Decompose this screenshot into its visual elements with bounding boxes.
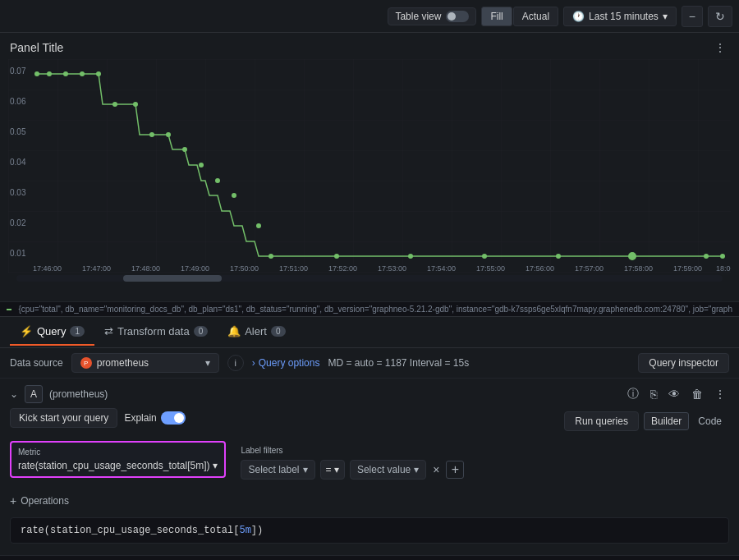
scrollbar-thumb[interactable]	[123, 275, 222, 282]
breadcrumb-separator: ›	[252, 357, 255, 369]
svg-point-9	[47, 71, 52, 76]
query-letter-badge[interactable]: A	[25, 385, 43, 403]
svg-text:17:59:00: 17:59:00	[673, 264, 702, 273]
operations-button[interactable]: + Operations	[10, 491, 69, 511]
operations-label: Operations	[21, 495, 69, 507]
svg-text:17:51:00: 17:51:00	[279, 264, 308, 273]
table-view-label: Table view	[395, 11, 441, 22]
explain-row: Explain	[124, 411, 185, 425]
svg-text:17:56:00: 17:56:00	[526, 264, 554, 273]
code-button[interactable]: Code	[691, 412, 729, 430]
chart-scrollbar[interactable]	[16, 275, 723, 282]
panel-menu-button[interactable]: ⋮	[711, 39, 729, 56]
svg-text:0.05: 0.05	[10, 127, 26, 136]
metric-box: Metric rate(station_cpu_usage_seconds_to…	[10, 441, 226, 478]
metric-filters-row: Metric rate(station_cpu_usage_seconds_to…	[10, 441, 729, 484]
datasource-info-button[interactable]: i	[227, 355, 244, 371]
select-value-text: Select value	[357, 464, 411, 475]
eq-operator-text: =	[326, 464, 332, 475]
svg-text:0.01: 0.01	[10, 249, 26, 258]
datasource-selector[interactable]: P prometheus ▾	[71, 353, 219, 373]
svg-text:17:48:00: 17:48:00	[131, 264, 160, 273]
query-options-link[interactable]: › Query options	[252, 357, 320, 369]
clock-icon: 🕐	[572, 11, 585, 22]
add-filter-button[interactable]: +	[446, 461, 464, 479]
query-more-button[interactable]: ⋮	[711, 386, 729, 402]
fill-button[interactable]: Fill	[481, 7, 512, 26]
alert-tab-label: Alert	[245, 325, 267, 337]
svg-point-18	[199, 163, 204, 168]
svg-rect-0	[8, 59, 731, 273]
svg-text:0.03: 0.03	[10, 188, 26, 197]
svg-point-15	[149, 132, 154, 137]
query-tab-label: Query	[37, 325, 66, 337]
datasource-label: Data source	[10, 357, 63, 369]
close-x-icon: ×	[433, 463, 439, 476]
code-rate-prefix: rate(station_cpu_usage_seconds_total[	[21, 525, 239, 536]
panel-title-bar: Panel Title ⋮	[0, 33, 739, 59]
label-filters-box: Label filters Select label ▾ = ▾ Select …	[234, 441, 729, 484]
chart-svg: 0.07 0.06 0.05 0.04 0.03 0.02 0.01	[8, 59, 731, 273]
datasource-name: prometheus	[97, 357, 149, 369]
plus-icon: +	[452, 462, 459, 477]
svg-text:0.07: 0.07	[10, 67, 26, 76]
builder-button[interactable]: Builder	[644, 412, 689, 430]
table-view-switch[interactable]	[446, 11, 469, 22]
svg-point-25	[482, 254, 487, 259]
chart-area: 0.07 0.06 0.05 0.04 0.03 0.02 0.01	[0, 59, 739, 301]
actual-button[interactable]: Actual	[513, 7, 558, 26]
svg-point-11	[80, 71, 85, 76]
code-range-highlight: 5m	[239, 525, 250, 536]
svg-text:17:58:00: 17:58:00	[624, 264, 653, 273]
query-editor-header: ⌄ A (prometheus) ⓘ ⎘ 👁 🗑 ⋮	[10, 385, 729, 403]
code-suffix: ])	[251, 525, 263, 536]
svg-point-20	[232, 193, 236, 198]
refresh-button[interactable]: ↻	[708, 6, 732, 27]
alert-tab-badge: 0	[271, 326, 286, 337]
run-queries-button[interactable]: Run queries	[564, 411, 639, 431]
explain-toggle[interactable]	[161, 411, 186, 425]
query-copy-button[interactable]: ⎘	[647, 386, 660, 402]
metric-selector[interactable]: rate(station_cpu_usage_seconds_total[5m]…	[18, 460, 218, 471]
query-info-button[interactable]: ⓘ	[624, 385, 642, 403]
remove-filter-button[interactable]: ×	[431, 461, 441, 478]
eq-operator-select[interactable]: = ▾	[320, 460, 345, 480]
legend-text: {cpu="total", db_name="monitoring_docs_d…	[18, 305, 732, 314]
svg-point-8	[34, 71, 39, 76]
metric-value: rate(station_cpu_usage_seconds_total[5m]…	[18, 460, 209, 471]
tab-alert[interactable]: 🔔 Alert 0	[218, 319, 295, 346]
svg-point-21	[256, 223, 261, 228]
svg-text:17:50:00: 17:50:00	[230, 264, 259, 273]
svg-point-26	[556, 254, 561, 259]
kickstart-button[interactable]: Kick start your query	[10, 408, 117, 428]
query-actions: ⓘ ⎘ 👁 🗑 ⋮	[624, 385, 729, 403]
operations-plus-icon: +	[10, 494, 16, 507]
table-view-toggle-group[interactable]: Table view	[388, 7, 476, 25]
tab-transform[interactable]: ⇄ Transform data 0	[94, 319, 218, 346]
query-inspector-button[interactable]: Query inspector	[638, 353, 729, 373]
chevron-down-icon: ▾	[663, 11, 668, 22]
zoom-out-button[interactable]: −	[682, 6, 703, 27]
tab-query[interactable]: ⚡ Query 1	[10, 319, 94, 346]
metric-chevron-down-icon: ▾	[213, 460, 218, 471]
svg-point-14	[133, 102, 138, 107]
svg-text:17:46:00: 17:46:00	[33, 264, 62, 273]
panel-container: Panel Title ⋮ 0.07 0.06 0.05 0.04 0.03 0…	[0, 33, 739, 317]
select-value-dropdown[interactable]: Select value ▾	[350, 460, 426, 480]
svg-text:17:49:00: 17:49:00	[181, 264, 209, 273]
svg-point-24	[408, 254, 413, 259]
select-label-dropdown[interactable]: Select label ▾	[241, 460, 314, 480]
prometheus-icon: P	[80, 357, 92, 369]
alert-tab-icon: 🔔	[227, 325, 241, 337]
time-range-picker[interactable]: 🕐 Last 15 minutes ▾	[563, 7, 677, 26]
svg-text:17:57:00: 17:57:00	[575, 264, 604, 273]
svg-text:17:55:00: 17:55:00	[476, 264, 505, 273]
svg-point-19	[215, 178, 220, 183]
query-hide-button[interactable]: 👁	[665, 386, 683, 402]
query-editor: ⌄ A (prometheus) ⓘ ⎘ 👁 🗑 ⋮ Kick start yo…	[0, 379, 739, 555]
label-filters-controls: Select label ▾ = ▾ Select value ▾ × +	[241, 460, 723, 480]
svg-text:17:52:00: 17:52:00	[328, 264, 357, 273]
metric-box-label: Metric	[18, 448, 218, 457]
query-delete-button[interactable]: 🗑	[688, 386, 706, 402]
query-prometheus-label: (prometheus)	[49, 388, 108, 400]
